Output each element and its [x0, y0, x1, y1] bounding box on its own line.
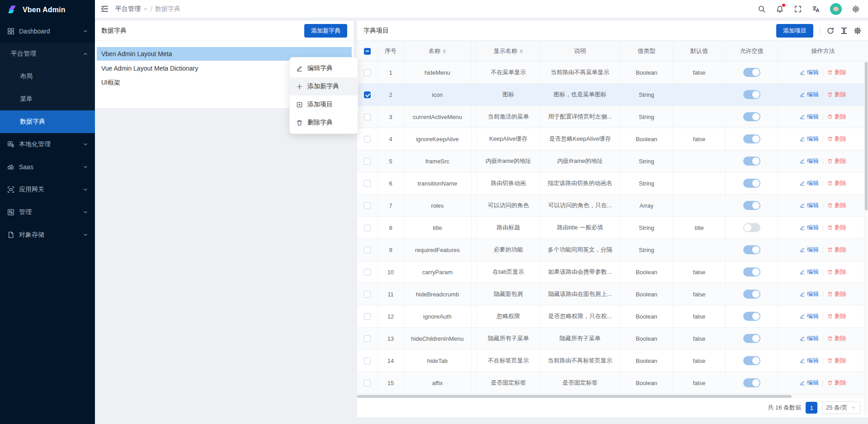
allow-empty-toggle[interactable]: [743, 378, 760, 387]
row-checkbox[interactable]: [364, 247, 371, 253]
add-dictionary-button[interactable]: 添加新字典: [304, 24, 347, 38]
edit-button[interactable]: 编辑: [800, 135, 819, 143]
context-menu-item-edit-dictionary[interactable]: 编辑字典: [290, 59, 358, 77]
allow-empty-toggle[interactable]: [743, 157, 760, 166]
edit-button[interactable]: 编辑: [800, 201, 819, 210]
allow-empty-toggle[interactable]: [743, 245, 760, 254]
row-checkbox[interactable]: [364, 357, 371, 364]
row-checkbox[interactable]: [364, 158, 371, 165]
edit-button[interactable]: 编辑: [800, 246, 819, 254]
breadcrumb-parent[interactable]: 平台管理: [115, 5, 141, 13]
sidebar-item-localization[interactable]: 本地化管理: [0, 133, 95, 156]
row-checkbox[interactable]: [364, 335, 371, 342]
delete-button[interactable]: 删除: [827, 312, 846, 320]
allow-empty-toggle[interactable]: [743, 112, 760, 121]
sidebar-subitem[interactable]: 布局: [0, 65, 95, 88]
delete-button[interactable]: 删除: [827, 290, 846, 298]
language-translate-icon[interactable]: [812, 5, 820, 13]
context-menu-item-delete-dictionary[interactable]: 删除字典: [290, 114, 358, 132]
refresh-icon[interactable]: [826, 27, 835, 35]
edit-button[interactable]: 编辑: [800, 224, 819, 232]
delete-button[interactable]: 删除: [827, 135, 846, 143]
row-checkbox[interactable]: [364, 136, 371, 143]
delete-button[interactable]: 删除: [827, 268, 846, 276]
sort-icon[interactable]: [519, 49, 523, 53]
delete-button[interactable]: 删除: [827, 157, 846, 165]
sidebar-item-admin[interactable]: 管理: [0, 201, 95, 224]
row-checkbox[interactable]: [364, 269, 371, 276]
allow-empty-toggle[interactable]: [743, 68, 760, 77]
notification-bell-icon[interactable]: [776, 5, 784, 13]
sidebar-item-dashboard[interactable]: Dashboard: [0, 20, 95, 43]
delete-button[interactable]: 删除: [827, 379, 846, 387]
sidebar-item-gateway[interactable]: 应用网关: [0, 178, 95, 201]
row-checkbox[interactable]: [364, 69, 371, 76]
edit-button[interactable]: 编辑: [800, 157, 819, 165]
allow-empty-toggle[interactable]: [743, 223, 760, 232]
delete-button[interactable]: 删除: [827, 201, 846, 210]
delete-button[interactable]: 删除: [827, 224, 846, 232]
sidebar-subitem[interactable]: 菜单: [0, 88, 95, 110]
row-checkbox[interactable]: [364, 91, 371, 98]
row-checkbox[interactable]: [364, 180, 371, 187]
delete-button[interactable]: 删除: [827, 246, 846, 254]
sidebar-item-saas[interactable]: Saas: [0, 156, 95, 178]
edit-button[interactable]: 编辑: [800, 334, 819, 343]
column-header-name[interactable]: 名称: [404, 41, 472, 61]
row-height-icon[interactable]: [840, 27, 848, 35]
edit-button[interactable]: 编辑: [800, 312, 819, 320]
scrollbar-thumb[interactable]: [357, 395, 792, 398]
allow-empty-toggle[interactable]: [743, 290, 760, 299]
scrollbar-thumb[interactable]: [865, 62, 868, 210]
table-settings-gear-icon[interactable]: [854, 27, 862, 35]
edit-button[interactable]: 编辑: [800, 179, 819, 187]
sidebar-group-header[interactable]: 平台管理: [0, 43, 95, 65]
select-all-checkbox[interactable]: [364, 48, 371, 55]
delete-button[interactable]: 删除: [827, 91, 846, 99]
sort-icon[interactable]: [443, 49, 446, 53]
horizontal-scrollbar[interactable]: [357, 394, 868, 398]
delete-button[interactable]: 删除: [827, 68, 846, 76]
edit-button[interactable]: 编辑: [800, 379, 819, 387]
fullscreen-icon[interactable]: [794, 5, 802, 13]
chevron-up-icon: [83, 52, 88, 56]
menu-fold-icon[interactable]: [100, 5, 109, 13]
edit-button[interactable]: 编辑: [800, 268, 819, 276]
allow-empty-toggle[interactable]: [743, 356, 760, 365]
row-checkbox[interactable]: [364, 114, 371, 120]
sidebar-item-storage[interactable]: 对象存储: [0, 224, 95, 246]
delete-button[interactable]: 删除: [827, 357, 846, 365]
row-checkbox[interactable]: [364, 202, 371, 209]
sidebar-subitem[interactable]: 数据字典: [0, 110, 95, 133]
delete-button[interactable]: 删除: [827, 334, 846, 343]
allow-empty-toggle[interactable]: [743, 312, 760, 321]
vertical-scrollbar[interactable]: [864, 62, 868, 415]
allow-empty-toggle[interactable]: [743, 90, 760, 99]
allow-empty-toggle[interactable]: [743, 134, 760, 143]
edit-button[interactable]: 编辑: [800, 357, 819, 365]
search-icon[interactable]: [758, 5, 766, 13]
edit-button[interactable]: 编辑: [800, 68, 819, 76]
page-number-button[interactable]: 1: [806, 402, 817, 414]
row-checkbox[interactable]: [364, 291, 371, 298]
user-avatar[interactable]: [830, 3, 842, 15]
context-menu-item-add-dictionary[interactable]: 添加新字典: [290, 77, 358, 95]
edit-button[interactable]: 编辑: [800, 91, 819, 99]
edit-button[interactable]: 编辑: [800, 290, 819, 298]
delete-button[interactable]: 删除: [827, 179, 846, 187]
settings-gear-icon[interactable]: [852, 5, 860, 13]
column-header-display-name[interactable]: 显示名称: [477, 41, 540, 61]
allow-empty-toggle[interactable]: [743, 179, 760, 188]
allow-empty-toggle[interactable]: [743, 267, 760, 276]
row-checkbox[interactable]: [364, 313, 371, 320]
delete-button[interactable]: 删除: [827, 113, 846, 121]
app-logo[interactable]: Vben Admin: [0, 0, 95, 20]
page-size-select[interactable]: 25 条/页: [822, 401, 861, 414]
context-menu-item-add-item[interactable]: 添加项目: [290, 95, 358, 114]
row-checkbox[interactable]: [364, 224, 371, 231]
add-item-button[interactable]: 添加项目: [776, 24, 813, 38]
edit-button[interactable]: 编辑: [800, 113, 819, 121]
allow-empty-toggle[interactable]: [743, 201, 760, 210]
row-checkbox[interactable]: [364, 380, 371, 386]
allow-empty-toggle[interactable]: [743, 334, 760, 343]
